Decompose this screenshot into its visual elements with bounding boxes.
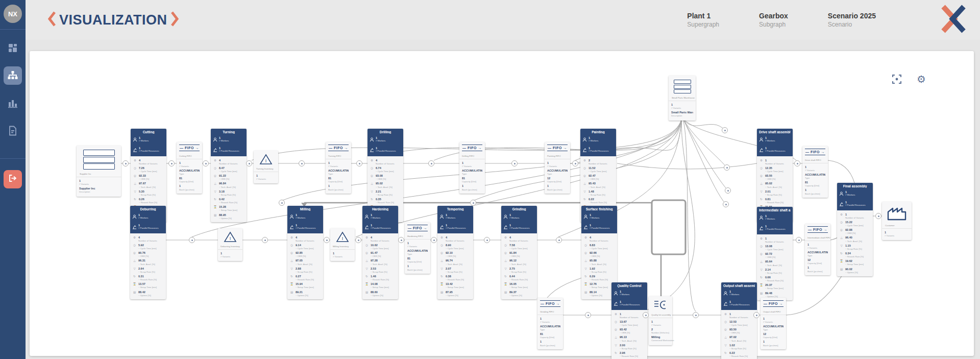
metric-label: ~ Scrap Rate [%] [296, 271, 312, 273]
process-box-milling[interactable]: Milling1# Workers1# Parallel Resources⚙4… [287, 206, 323, 299]
go-see-icon [649, 296, 672, 313]
fifo-value: 1 [328, 161, 349, 165]
junction-node[interactable] [203, 160, 209, 166]
metric-value: 3.18 [219, 190, 236, 194]
fifo-box-grinding-fifo[interactable]: — FIFO →Grinding FIFO1# VariantsACCUMULA… [537, 298, 563, 349]
metric-label: ~ Cycle Time [min] [590, 247, 607, 250]
junction-node[interactable] [585, 312, 591, 318]
inventory-box-deburring-inventory[interactable]: IDeburring Inventory1# Variants [218, 228, 242, 261]
context-subgraph[interactable]: Gearbox Subgraph [759, 12, 788, 28]
fifo-box-drilling-fifo[interactable]: — FIFO →Drilling FIFO1# VariantsACCUMULA… [459, 142, 485, 194]
process-box-output-shaft-assembly[interactable]: Output shaft assembly1# Workers1# Parall… [721, 282, 757, 359]
sidebar-item-visualization[interactable] [4, 66, 22, 85]
fifo-box-output-shaft-fifo[interactable]: — FIFO →Output shaft FIFO1# VariantsACCU… [761, 298, 786, 349]
junction-node[interactable] [875, 213, 881, 219]
metric-value: 15.22 [845, 221, 863, 224]
gosee-box[interactable]: Quality lot assembly1# Variants2Number [… [649, 296, 672, 345]
sidebar-item-dashboard[interactable] [4, 39, 22, 57]
fifo-box-drive-shaft-fifo[interactable]: — FIFO →Drive shaft FIFO1# VariantsACCUM… [802, 146, 828, 198]
process-header: Painting1# Workers1# Parallel Resources [580, 129, 616, 156]
metric-row: ⚙4Number of Variants [287, 235, 323, 243]
metric-value: 92.88 [845, 228, 855, 232]
process-box-hardening[interactable]: Hardening1# Workers1# Parallel Resources… [362, 206, 398, 299]
metric-row: △96.31~ Tech. Avail. [%] [130, 258, 166, 266]
junction-node[interactable] [484, 237, 490, 243]
station-customer[interactable]: Customer1# Variants [882, 202, 912, 240]
logout-button[interactable] [4, 170, 22, 188]
process-header-row: 1# Parallel Resources [132, 222, 164, 231]
junction-node[interactable] [511, 160, 518, 166]
sidebar-item-statistics[interactable] [4, 94, 22, 112]
junction-node[interactable] [279, 200, 285, 206]
junction-node[interactable] [246, 160, 252, 166]
junction-node[interactable] [794, 160, 800, 166]
fifo-box-cutting-fifo[interactable]: — FIFO →Cutting FIFO1# VariantsACCUMULAT… [177, 142, 202, 194]
inventory-triangle-icon: I [218, 228, 242, 244]
fifo-value: 1 [462, 184, 482, 188]
junction-node[interactable] [725, 187, 731, 194]
station-supplier[interactable]: Supplier Inc1# VariantsSupplier IncDescr… [77, 146, 121, 197]
inventory-box-turning-inventory[interactable]: ITurning Inventory1# Variants [254, 151, 278, 183]
junction-node[interactable] [356, 160, 362, 166]
junction-node[interactable] [428, 160, 434, 166]
junction-node[interactable] [324, 237, 330, 243]
junction-node[interactable] [693, 312, 699, 318]
fifo-value: 1 [462, 161, 482, 165]
junction-node[interactable] [796, 237, 802, 243]
junction-node[interactable] [262, 237, 268, 243]
process-box-tempering[interactable]: Tempering1# Workers1# Parallel Resources… [437, 206, 473, 299]
settings-button[interactable]: ⚙ [915, 73, 928, 86]
process-box-final-assembly[interactable]: Final assembly1# Workers1# Parallel Reso… [837, 183, 873, 276]
gear-icon: ⚙ [760, 159, 763, 163]
fifo-box-painting-fifo[interactable]: — FIFO →Painting FIFO1# VariantsACCUMULA… [545, 142, 570, 194]
diagram-canvas[interactable] [30, 51, 974, 356]
app-window: NX [0, 0, 980, 359]
sidebar-item-report[interactable] [4, 122, 22, 140]
junction-node[interactable] [299, 160, 305, 166]
process-box-deburring[interactable]: Deburring1# Workers1# Parallel Resources… [130, 206, 166, 299]
junction-node[interactable] [398, 237, 404, 243]
context-scenario[interactable]: Scenario 2025 Scenario [828, 12, 876, 28]
fifo-box-turning-fifo[interactable]: — FIFO →Turning FIFO1# VariantsACCUMULAT… [326, 142, 351, 194]
junction-node[interactable] [189, 237, 195, 243]
fifo-label: Capacity [Unit] [328, 180, 349, 183]
junction-node[interactable] [724, 164, 730, 171]
fifo-box-intermediate-shaft-fifo[interactable]: — FIFO →Intermediate shaft FIFO1# Varian… [805, 224, 830, 275]
process-header: Tempering1# Workers1# Parallel Resources [437, 206, 473, 233]
junction-node[interactable] [643, 312, 649, 318]
fit-view-button[interactable] [890, 74, 903, 87]
junction-node[interactable] [753, 312, 760, 318]
metric-value: 13.67 [620, 320, 638, 324]
fifo-box-hardening-fifo[interactable]: — FIFO →Hardening FIFO1# VariantsACCUMUL… [405, 222, 430, 274]
metric-value: 1.46 [371, 275, 389, 278]
metric-value: 2.00 [620, 344, 636, 347]
gear-icon: ⚙ [584, 236, 587, 240]
process-box-grinding[interactable]: Grinding1# Workers1# Parallel Resources⚙… [501, 206, 537, 299]
junction-node[interactable] [572, 160, 578, 166]
junction-node[interactable] [431, 237, 437, 243]
junction-node[interactable] [723, 201, 729, 207]
process-box-quality-control[interactable]: Quality Control1# Workers1# Parallel Res… [611, 282, 647, 359]
metric-row: ▽3.18~ Scrap Rate [%] [211, 189, 247, 197]
context-supergraph[interactable]: Plant 1 Supergraph [687, 12, 719, 28]
junction-node[interactable] [470, 200, 476, 206]
junction-node[interactable] [168, 160, 175, 166]
station-warehouse[interactable]: Small Parts Warehouse1# VariantsSmall Pa… [669, 76, 696, 121]
metric-value: 92.85 [296, 251, 306, 255]
gear-icon: ⚙ [583, 159, 586, 163]
fifo-value: 1 [179, 184, 200, 188]
junction-node[interactable] [722, 127, 728, 133]
metric-row: ▽1.15~ Scrap Rate [%] [837, 243, 873, 251]
rework-icon: ↻ [133, 198, 137, 202]
inventory-box-milling-inventory[interactable]: IMilling Inventory1# Variants [330, 228, 355, 261]
user-avatar[interactable]: NX [4, 5, 22, 23]
junction-node[interactable] [122, 160, 129, 166]
process-box-turning[interactable]: Turning1# Workers1# Parallel Resources⚙4… [211, 129, 247, 222]
station-label: Description [671, 114, 693, 117]
metric-label: ~ Cycle Time [min] [446, 247, 463, 250]
process-box-intermediate-shaft-assembly[interactable]: Intermediate shaft assembly1# Workers1# … [757, 207, 793, 300]
metric-value: 0.27 [296, 275, 314, 278]
inventory-value: 1 [256, 174, 276, 178]
junction-node[interactable] [556, 237, 562, 243]
junction-node[interactable] [355, 237, 361, 243]
